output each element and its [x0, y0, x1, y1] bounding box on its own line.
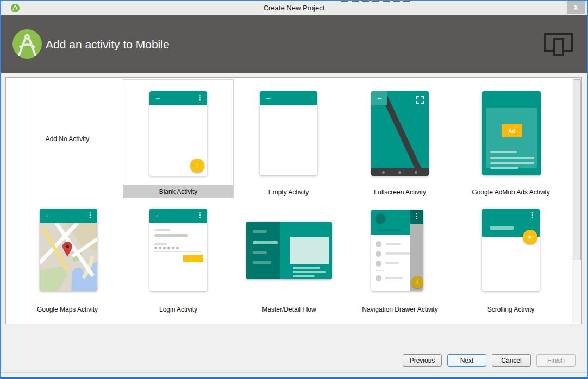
activity-item-google-maps-activity[interactable]: ← ⋮ — [40, 209, 97, 291]
activity-item-master-detail-flow[interactable] — [246, 222, 332, 279]
placeholder-line — [293, 267, 320, 269]
fab-star-icon: ★ — [523, 230, 537, 244]
activity-label: Blank Activity — [123, 185, 233, 198]
title-placeholder — [490, 226, 514, 230]
android-studio-logo — [12, 29, 42, 59]
placeholder-line — [253, 251, 267, 254]
list-item-line — [385, 262, 399, 264]
activity-item-add-no-activity[interactable]: Add No Activity — [12, 79, 123, 198]
placeholder-line — [490, 157, 534, 159]
activity-item-google-admob-ads-activity[interactable]: Ad — [482, 91, 541, 175]
previous-button[interactable]: Previous — [403, 354, 442, 367]
nav-home-dot — [398, 171, 401, 174]
placeholder-line — [490, 151, 517, 153]
close-icon: X — [573, 4, 578, 11]
placeholder-line — [293, 275, 315, 277]
ad-badge: Ad — [502, 124, 522, 137]
placeholder-line — [253, 241, 278, 244]
scrollbar-thumb[interactable] — [573, 79, 581, 260]
password-dot — [154, 247, 157, 249]
field-label-placeholder — [154, 243, 167, 245]
ad-content-panel: Ad — [486, 108, 537, 168]
wizard-title: Add an activity to Mobile — [46, 38, 170, 51]
wizard-header: Add an activity to Mobile — [1, 15, 587, 73]
finish-button[interactable]: Finish — [536, 354, 576, 367]
app-bar: ← — [260, 91, 317, 105]
fab-plus-icon: + — [190, 159, 204, 173]
placeholder-line — [490, 167, 518, 169]
back-arrow-icon: ← — [154, 93, 161, 102]
detail-image-placeholder — [290, 237, 329, 264]
close-button[interactable]: X — [567, 1, 585, 14]
fab-plus-icon: + — [411, 276, 423, 288]
back-arrow-icon: ← — [154, 211, 161, 219]
password-dot — [167, 247, 170, 249]
activity-item-login-activity[interactable]: ← ⋮ — [149, 209, 207, 291]
list-item-icon — [376, 275, 381, 281]
phone-outline-icon — [553, 38, 564, 56]
sign-in-button-placeholder — [183, 255, 203, 262]
activity-label: Master/Detail Flow — [234, 306, 345, 313]
activity-item-scrolling-activity[interactable]: ⋮ ★ — [482, 209, 540, 291]
back-arrow-icon: ← — [45, 211, 52, 219]
activity-label: Navigation Drawer Activity — [345, 306, 455, 313]
window-title: Create New Project — [1, 4, 587, 12]
placeholder-line — [377, 229, 402, 231]
map-preview — [40, 223, 97, 291]
gallery-scrollbar[interactable] — [572, 78, 581, 323]
app-bar: ← ⋮ — [149, 91, 207, 105]
activity-item-empty-activity[interactable]: ← — [260, 91, 317, 175]
background-window-artifact — [341, 0, 412, 2]
fullscreen-icon — [416, 96, 424, 104]
list-item-icon — [376, 251, 381, 257]
avatar — [375, 213, 386, 224]
drawer-header — [371, 210, 410, 235]
footer-divider — [1, 372, 587, 373]
placeholder-line — [293, 271, 326, 273]
activity-item-navigation-drawer-activity[interactable]: ⋮ + — [371, 210, 423, 291]
nav-back-dot — [382, 171, 385, 174]
app-bar: ← ⋮ — [40, 209, 97, 223]
placeholder-line — [253, 261, 271, 264]
back-arrow-icon: ← — [376, 93, 383, 102]
list-item-line — [385, 252, 410, 255]
activity-label: Login Activity — [123, 306, 234, 313]
input-underline — [154, 239, 202, 239]
nav-recents-dot — [415, 171, 417, 174]
activity-label: Google Maps Activity — [12, 306, 123, 313]
password-dot — [159, 247, 161, 249]
password-dot — [163, 247, 166, 249]
list-item-icon — [376, 241, 381, 247]
blank-activity-thumbnail: ← ⋮ + — [149, 91, 207, 176]
activity-label: Empty Activity — [233, 188, 344, 196]
activity-item-blank-activity[interactable]: ← ⋮ + Blank Activity — [123, 79, 234, 198]
password-dot — [176, 247, 179, 249]
mobile-tablet-form-factor-icon — [544, 33, 573, 55]
input-underline — [154, 251, 202, 252]
activity-label: Add No Activity — [46, 135, 90, 143]
cancel-button[interactable]: Cancel — [492, 354, 531, 367]
placeholder-line — [490, 162, 534, 164]
list-item-line — [385, 277, 403, 279]
overflow-menu-icon: ⋮ — [197, 211, 203, 219]
list-item-line — [385, 243, 401, 245]
app-bar: ⋮ — [410, 210, 423, 224]
activity-label: Fullscreen Activity — [345, 188, 455, 196]
activity-gallery: Add No Activity ← ⋮ + Blank Activity ← E… — [5, 77, 582, 324]
list-item-icon — [376, 261, 381, 267]
placeholder-line — [253, 230, 267, 233]
activity-item-fullscreen-activity[interactable]: ← — [371, 91, 429, 176]
overflow-menu-icon: ⋮ — [87, 211, 93, 219]
overflow-menu-icon: ⋮ — [414, 212, 420, 220]
nav-bar — [371, 168, 429, 176]
app-bar: ← ⋮ — [149, 209, 207, 223]
activity-label: Google AdMob Ads Activity — [455, 188, 566, 196]
overflow-menu-icon: ⋮ — [197, 93, 203, 102]
divider-line — [376, 270, 384, 271]
master-list-panel — [246, 222, 280, 279]
input-text-placeholder — [154, 234, 188, 237]
title-bar[interactable]: Create New Project X — [1, 1, 587, 15]
overflow-menu-icon: ⋮ — [529, 211, 536, 219]
next-button[interactable]: Next — [447, 354, 486, 367]
back-arrow-icon: ← — [265, 93, 272, 102]
